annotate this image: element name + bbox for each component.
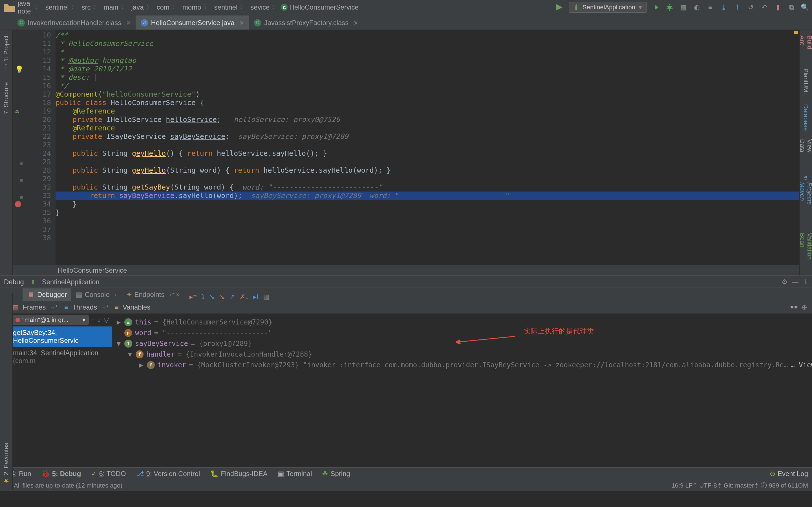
threads-label[interactable]: Threads — [72, 303, 97, 311]
step-over-icon[interactable]: ⤵ — [201, 293, 205, 301]
editor-tabs: CInvokerInvocationHandler.class×JHelloCo… — [0, 15, 812, 30]
step-out-icon[interactable]: ↗ — [230, 293, 235, 301]
svg-point-1 — [668, 6, 672, 9]
debug-panel-header: Debug SentinelApplication ⚙ — ⤓ — [0, 276, 812, 288]
thread-selector[interactable]: "main"@1 in gr... ▾ — [12, 315, 89, 325]
evaluate-icon[interactable]: ▦ — [263, 293, 269, 301]
gear-icon[interactable]: ⚙ — [781, 278, 788, 286]
ant-build-tool[interactable]: Ant Build — [799, 36, 812, 60]
profile-icon[interactable]: ◐ — [693, 3, 701, 11]
minimize-icon[interactable]: — — [792, 278, 799, 286]
bottom-tool-button[interactable]: ▣Terminal — [278, 470, 312, 478]
git-pull-icon[interactable]: ⤓ — [719, 3, 728, 11]
dataview-tool[interactable]: Data View — [799, 139, 812, 167]
history-icon[interactable]: ↺ — [747, 3, 755, 11]
revert-icon[interactable]: ↶ — [760, 3, 769, 11]
filter-icon[interactable]: ▽ — [104, 316, 109, 324]
navigation-bar: java-note〉sentinel〉src〉main〉java〉com〉mom… — [0, 0, 812, 15]
run-icon[interactable] — [652, 3, 660, 11]
search-icon[interactable]: 🔍 — [801, 3, 809, 11]
editor-tab[interactable]: JHelloConsumerService.java× — [136, 15, 249, 30]
svg-point-4 — [29, 292, 31, 293]
code-editor[interactable]: 💡☘⊞⊞⊞ 1011121314151617181920212223242528… — [13, 30, 799, 265]
variable-row[interactable]: ▼f sayBeyService = {proxy1@7289} — [116, 338, 812, 349]
force-step-into-icon[interactable]: ↘ — [219, 293, 225, 301]
editor-tab[interactable]: CJavassistProxyFactory.class× — [249, 15, 363, 30]
project-tool[interactable]: ▯ 1: Project — [3, 36, 10, 71]
stack-frame[interactable]: main:34, SentinelApplication (com.m — [10, 347, 112, 367]
variable-row[interactable]: ▶≡ this = {HelloConsumerService@7290} — [116, 317, 812, 328]
favorites-tool[interactable]: ★ 2: Favorites — [3, 443, 10, 485]
bottom-tool-button[interactable]: 🐞5: Debug — [42, 470, 81, 478]
new-watch-icon[interactable]: ⊕ — [802, 303, 807, 311]
svg-rect-3 — [29, 293, 33, 297]
bean-validation-tool[interactable]: Bean Validation — [799, 233, 812, 276]
tab-debugger[interactable]: Debugger — [22, 288, 71, 301]
stop-icon[interactable]: ≡ — [706, 3, 714, 11]
bottom-tool-button[interactable]: ⎇9: Version Control — [136, 470, 200, 478]
class-breadcrumb: HelloConsumerService — [13, 265, 799, 276]
hide-icon[interactable]: ⤓ — [802, 278, 808, 286]
maven-tool[interactable]: m Maven Projects — [799, 175, 812, 224]
variable-row[interactable]: p word = "-------------------------" — [116, 328, 812, 338]
tab-endpoints[interactable]: ✦Endpoints→* × — [122, 288, 184, 301]
debug-config-label: SentinelApplication — [42, 278, 100, 286]
breadcrumb-item[interactable]: java — [130, 3, 144, 11]
breadcrumb-item[interactable]: src — [80, 3, 91, 11]
build-icon[interactable] — [555, 3, 564, 11]
breadcrumb-item[interactable]: momo — [181, 3, 201, 11]
show-exec-point-icon[interactable]: ▸≡ — [190, 293, 197, 301]
variable-row[interactable]: ▶f invoker = {MockClusterInvoker@7293} "… — [116, 360, 812, 371]
frames-label[interactable]: Frames — [23, 303, 46, 311]
bottom-tool-button[interactable]: ☘Spring — [322, 470, 350, 478]
settings-icon[interactable]: ▮ — [774, 3, 782, 11]
toolbar-actions: SentinelApplication ▼ ▦ ◐ ≡ ⤓ ⤒ ↺ ↶ ▮ ⧉ … — [555, 2, 809, 13]
breadcrumb-item[interactable]: sentinel — [213, 3, 238, 11]
frames-panel: ▤Frames→* ≡Threads→* "main"@1 in gr... ▾… — [10, 301, 112, 467]
breadcrumb-item[interactable]: sevice — [249, 3, 269, 11]
status-bar: ▢ All files are up-to-date (12 minutes a… — [0, 480, 812, 491]
right-tool-strip: Ant Build PlantUML Database Data View m … — [799, 30, 812, 276]
debug-step-toolbar: ▸≡ ⤵ ↘ ↘ ↗ ✗↓ ▸I ▦ — [190, 293, 269, 301]
structure-tool[interactable]: 7: Structure — [3, 82, 10, 114]
structure-icon[interactable]: ⧉ — [787, 3, 796, 11]
next-frame-icon[interactable]: ↓ — [98, 316, 101, 324]
close-icon[interactable]: × — [354, 18, 358, 27]
debug-tabs: ↻ Debugger ▤Console→ ✦Endpoints→* × ▸≡ ⤵… — [0, 288, 812, 301]
plantuml-tool[interactable]: PlantUML — [802, 68, 809, 96]
database-tool[interactable]: Database — [802, 104, 809, 131]
debug-title: Debug — [4, 278, 24, 286]
expand-icon[interactable]: ↗ — [811, 303, 812, 311]
bottom-tool-button[interactable]: ✓6: TODO — [91, 470, 126, 478]
git-push-icon[interactable]: ⤒ — [733, 3, 742, 11]
bottom-tool-bar: ▶4: Run🐞5: Debug✓6: TODO⎇9: Version Cont… — [0, 467, 812, 480]
breadcrumb-item[interactable]: main — [102, 3, 118, 11]
variable-row[interactable]: ▼f handler = {InvokerInvocationHandler@7… — [116, 349, 812, 360]
stack-frame[interactable]: getSayBey:34, HelloConsumerServic — [10, 327, 112, 347]
breadcrumb-item[interactable]: CHelloConsumerService — [281, 3, 358, 11]
event-log-button[interactable]: ⊙Event Log — [770, 470, 808, 478]
breadcrumb-item[interactable]: sentinel — [44, 3, 69, 11]
run-configuration-selector[interactable]: SentinelApplication ▼ — [569, 2, 647, 13]
breadcrumb-item[interactable]: com — [155, 3, 169, 11]
status-message: All files are up-to-date (12 minutes ago… — [14, 482, 122, 489]
svg-rect-0 — [575, 6, 577, 10]
close-icon[interactable]: × — [240, 18, 244, 27]
watches-icon[interactable]: 👓 — [790, 303, 798, 311]
error-stripe-marker — [794, 31, 798, 34]
left-tool-strip: ▯ 1: Project 7: Structure — [0, 30, 13, 276]
prev-frame-icon[interactable]: ↑ — [91, 316, 95, 324]
variables-label: Variables — [123, 303, 150, 311]
editor-tab[interactable]: CInvokerInvocationHandler.class× — [12, 15, 136, 30]
breadcrumb-item[interactable]: java-note — [3, 0, 33, 15]
close-icon[interactable]: × — [126, 18, 131, 27]
step-into-icon[interactable]: ↘ — [209, 293, 215, 301]
tab-console[interactable]: ▤Console→ — [71, 288, 122, 301]
breadcrumbs: java-note〉sentinel〉src〉main〉java〉com〉mom… — [3, 0, 359, 15]
run-to-cursor-icon[interactable]: ▸I — [253, 293, 259, 301]
debug-icon[interactable] — [665, 3, 674, 11]
coverage-icon[interactable]: ▦ — [679, 3, 688, 11]
bottom-tool-button[interactable]: 🐛FindBugs-IDEA — [210, 470, 267, 478]
run-config-label: SentinelApplication — [582, 4, 635, 11]
drop-frame-icon[interactable]: ✗↓ — [240, 293, 249, 301]
